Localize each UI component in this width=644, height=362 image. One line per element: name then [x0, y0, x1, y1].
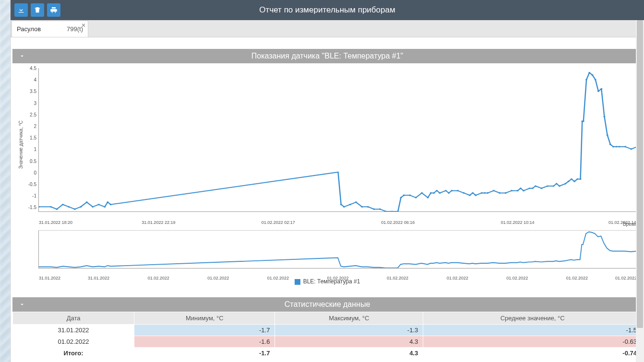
plot-area[interactable]: 31.01.2022 18:2031.01.2022 22:1901.02.20… — [38, 68, 637, 212]
ytick: 0.5 — [30, 158, 36, 163]
ytick: -1 — [32, 193, 36, 199]
delete-button[interactable] — [31, 3, 44, 17]
svg-point-41 — [475, 195, 477, 196]
xtick: 01.02.2022 06:16 — [381, 220, 415, 225]
table-row: 01.02.2022-1.64.3-0.63 — [13, 336, 642, 348]
table-row: Итого:-1.74.3-0.74 — [13, 348, 642, 359]
svg-point-8 — [92, 206, 94, 208]
svg-point-43 — [484, 192, 486, 194]
xtick: 01.02.2022 — [148, 276, 169, 280]
svg-point-24 — [400, 197, 402, 199]
legend-swatch — [295, 279, 300, 285]
svg-point-5 — [74, 209, 76, 210]
xtick: 31.01.2022 — [88, 276, 109, 280]
svg-point-12 — [110, 204, 112, 205]
ytick: 2 — [34, 123, 36, 128]
svg-point-63 — [573, 181, 575, 182]
ytick: -1.5 — [28, 205, 36, 210]
svg-point-4 — [68, 206, 70, 208]
scrollbar-thumb[interactable] — [637, 20, 643, 328]
svg-point-79 — [619, 146, 620, 147]
svg-point-47 — [505, 192, 507, 194]
svg-point-44 — [487, 192, 489, 194]
svg-point-42 — [481, 192, 483, 194]
panel-header-chart: Показания датчика "BLE: Температура #1" — [12, 49, 642, 63]
cell-date: Итого: — [13, 348, 134, 359]
table-header: Среднее значение, °С — [423, 312, 642, 325]
svg-point-38 — [463, 192, 465, 194]
table-header: Дата — [13, 312, 134, 325]
cell-max: 4.3 — [275, 348, 423, 359]
cell-min: -1.6 — [134, 336, 275, 348]
svg-point-45 — [493, 190, 495, 191]
svg-point-56 — [547, 185, 549, 187]
svg-point-35 — [448, 192, 450, 194]
svg-point-46 — [499, 192, 501, 194]
svg-point-27 — [415, 197, 417, 199]
svg-point-78 — [615, 146, 617, 147]
sensor-chart-panel: Показания датчика "BLE: Температура #1" … — [12, 49, 642, 289]
svg-point-3 — [62, 204, 64, 205]
tab-close-icon[interactable]: ✕ — [81, 22, 86, 29]
content-area: Показания датчика "BLE: Температура #1" … — [11, 37, 644, 362]
chart-area: Значение датчика, °С 4.543.532.521.510.5… — [12, 63, 642, 289]
ytick: 4 — [34, 77, 36, 82]
svg-point-9 — [98, 204, 100, 205]
xtick: 01.02.2022 — [387, 276, 408, 280]
report-tab[interactable]: Расулов 799(t) ✕ — [12, 21, 88, 37]
svg-point-77 — [612, 146, 614, 147]
cell-date: 31.01.2022 — [13, 325, 134, 336]
table-header-row: ДатаМинимум, °СМаксимум, °ССреднее значе… — [13, 312, 642, 325]
svg-point-61 — [568, 181, 570, 182]
collapse-button[interactable] — [17, 51, 27, 61]
svg-point-30 — [430, 192, 432, 194]
svg-point-32 — [436, 190, 438, 191]
xaxis-label: Время — [623, 222, 637, 227]
svg-point-69 — [588, 72, 590, 73]
svg-point-62 — [571, 178, 572, 180]
svg-point-31 — [433, 192, 435, 194]
svg-point-55 — [540, 187, 542, 189]
svg-point-67 — [583, 120, 584, 122]
cell-min: -1.7 — [134, 325, 275, 336]
download-button[interactable] — [14, 3, 28, 17]
svg-point-60 — [564, 183, 566, 184]
svg-point-10 — [104, 206, 106, 208]
ytick: 0 — [34, 170, 36, 175]
overview-plot[interactable]: 31.01.202231.01.202201.02.202201.02.2022… — [38, 230, 637, 269]
svg-point-18 — [367, 206, 369, 208]
print-button[interactable] — [47, 3, 60, 17]
svg-point-57 — [552, 185, 554, 187]
svg-point-28 — [421, 192, 423, 194]
collapse-button[interactable] — [17, 300, 27, 309]
xtick: 01.02.2022 02:17 — [262, 220, 295, 225]
svg-point-39 — [469, 195, 471, 196]
svg-point-36 — [451, 190, 453, 191]
trash-icon — [34, 6, 41, 14]
cell-avg: -0.63 — [423, 336, 642, 348]
scrollbar[interactable] — [636, 20, 644, 362]
tab-label-id: 799(t) — [67, 25, 83, 33]
svg-point-68 — [585, 79, 587, 81]
panel-title: Статистические данные — [285, 300, 370, 309]
main-chart[interactable]: Значение датчика, °С 4.543.532.521.510.5… — [17, 68, 637, 222]
xtick: 01.02.2022 — [327, 276, 348, 280]
svg-point-59 — [559, 185, 561, 187]
svg-point-76 — [609, 144, 611, 145]
xtick: 31.01.2022 22:19 — [142, 220, 175, 225]
panel-title: Показания датчика "BLE: Температура #1" — [251, 52, 403, 60]
svg-point-52 — [529, 187, 531, 189]
tab-label-name: Расулов — [17, 25, 41, 33]
svg-point-64 — [576, 178, 578, 180]
svg-point-1 — [50, 206, 52, 208]
xtick: 31.01.2022 — [39, 276, 60, 280]
cell-max: -1.3 — [275, 325, 423, 336]
svg-point-26 — [409, 195, 411, 196]
svg-point-0 — [39, 206, 40, 208]
xtick: 31.01.2022 18:20 — [39, 220, 72, 225]
topbar: Отчет по измерительным приборам — [11, 0, 644, 20]
overview-chart[interactable]: 31.01.202231.01.202201.02.202201.02.2022… — [17, 230, 637, 269]
svg-point-80 — [624, 146, 626, 147]
svg-point-19 — [373, 209, 375, 210]
svg-point-73 — [600, 88, 602, 90]
